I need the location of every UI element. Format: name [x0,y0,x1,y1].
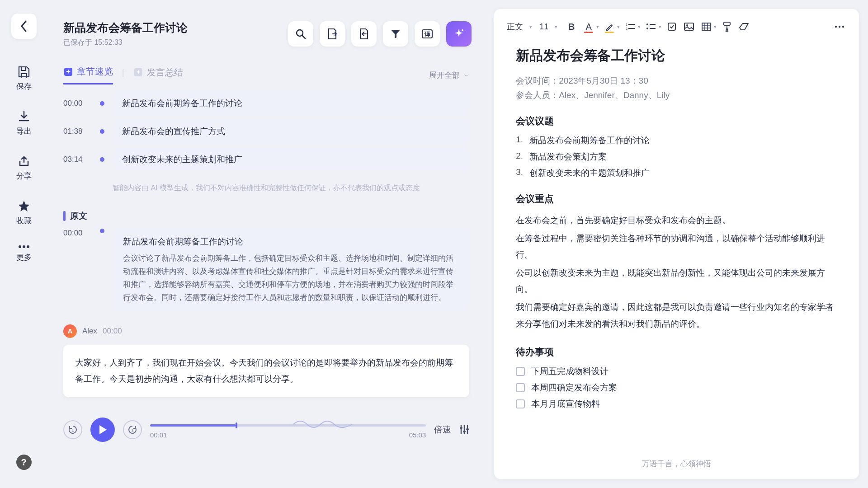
search-button[interactable] [288,21,313,47]
question-icon: ? [21,457,26,468]
image-button[interactable] [682,19,696,34]
style-select[interactable]: 正文 ▾ [507,21,536,32]
filter-button[interactable] [383,21,408,47]
chevron-down-icon: ▾ [529,24,532,30]
svg-point-23 [835,26,837,28]
checkbox[interactable] [516,383,525,392]
checkbox[interactable] [516,367,525,376]
rail-save[interactable]: 保存 [16,66,32,92]
more-icon [18,245,30,249]
svg-rect-13 [466,428,469,430]
import-doc-button[interactable] [351,21,377,47]
todo-item: 下周五完成物料设计 [516,366,837,377]
more-horiz-icon [835,25,844,28]
audio-player: 1 1 00:01 05:03 倍速 [47,406,485,446]
origin-body: 会议讨论了新品发布会前期筹备工作，包括确定目标受众和主题、选择场地和时间、制定详… [123,252,460,305]
rail-favorite[interactable]: 收藏 [16,200,32,226]
rail-share[interactable]: 分享 [16,155,32,181]
checkbox[interactable] [516,399,525,408]
time-total: 05:03 [409,431,426,439]
rail-share-label: 分享 [16,171,32,181]
unordered-list-button[interactable]: ▾ [644,19,661,34]
topic-item: 2.新品发布会策划方案 [516,151,837,163]
svg-rect-12 [463,431,466,432]
attendees: 参会人员：Alex、Jennifer、Danny、Lily [516,89,837,101]
ai-button[interactable] [446,21,472,47]
forward-button[interactable]: 1 [123,420,142,439]
ul-icon [646,23,656,30]
svg-point-25 [842,26,844,28]
svg-point-1 [23,245,25,248]
play-button[interactable] [90,418,115,442]
editor-body[interactable]: 新品发布会筹备工作讨论 会议时间：2023年5月30日 13：30 参会人员：A… [494,44,859,449]
translate-button[interactable]: 译 [415,21,440,47]
save-icon [18,66,30,78]
chapter-item[interactable]: 创新改变未来的主题策划和推广 [114,147,469,172]
svg-text:译: 译 [424,31,431,38]
export-doc-button[interactable] [320,21,345,47]
back-button[interactable] [11,14,37,39]
star-icon [18,200,30,212]
section-todo: 待办事项 [516,346,837,358]
rail-favorite-label: 收藏 [16,216,32,226]
speech-segment[interactable]: 大家好，人到齐了，我们现在开始会议。今天我们的会议讨论的是即将要举办的新品发布会… [63,345,469,397]
tab-chapters-label: 章节速览 [77,66,113,78]
text-color-button[interactable]: A▾ [582,19,599,34]
speed-button[interactable]: 倍速 [434,424,451,436]
tab-chapters[interactable]: 章节速览 [63,66,113,84]
ordered-list-button[interactable]: 12▾ [623,19,641,34]
focus-para: 我们需要确定好嘉宾的邀请，因此这都是我可以负责邀请一些行业内知名的专家学者来分享… [516,299,837,332]
focus-para: 在筹备过程中，需要密切关注各种环节的协调和沟通，以确保整个活动能够顺利进行。 [516,230,837,263]
checklist-icon [667,22,676,31]
chevron-down-icon: ﹀ [464,73,469,79]
chevron-down-icon: ▾ [714,24,717,30]
svg-rect-21 [702,23,710,30]
format-paint-button[interactable] [720,19,734,34]
header: 新品发布会筹备工作讨论 已保存于 15:52:33 译 [47,9,485,54]
eraser-button[interactable] [737,19,751,34]
origin-title: 新品发布会前期筹备工作的讨论 [123,236,460,248]
transcript-panel: 新品发布会筹备工作讨论 已保存于 15:52:33 译 章节速览 | 发言总结 [47,9,485,479]
timeline-dot [100,229,104,233]
svg-text:1: 1 [71,428,74,432]
ai-disclaimer: 智能内容由 AI 模型生成，我们不对内容准确性和完整性做任何保证，亦不代表我们的… [47,175,485,201]
tab-summary[interactable]: 发言总结 [133,66,183,84]
highlight-button[interactable]: ▾ [603,19,620,34]
rail-export[interactable]: 导出 [16,111,32,136]
todo-item: 本周四确定发布会方案 [516,382,837,394]
rail-more[interactable]: 更多 [16,245,32,263]
bold-button[interactable]: B [565,19,578,34]
forward-icon: 1 [128,425,137,434]
progress-bar[interactable]: 00:01 05:03 [150,421,426,439]
svg-point-16 [646,23,648,25]
checklist-button[interactable] [665,19,679,34]
search-icon [295,28,306,39]
chevron-down-icon: ▾ [659,24,661,30]
chapter-timestamp: 03:14 [63,155,90,164]
progress-handle[interactable] [236,422,237,428]
editor-toolbar: 正文 ▾ 11 ▾ B A▾ ▾ 12▾ ▾ ▾ [494,9,859,44]
table-button[interactable]: ▾ [699,19,717,34]
chapter-item[interactable]: 新品发布会前期筹备工作的讨论 [114,91,469,116]
svg-rect-18 [668,23,675,30]
help-button[interactable]: ? [16,455,32,470]
more-toolbar-button[interactable] [833,19,846,34]
equalizer-button[interactable] [459,424,469,435]
fontsize-select[interactable]: 11 ▾ [539,22,561,32]
section-bar [63,211,66,221]
ai-tab-icon [63,67,73,77]
export-doc-icon [327,28,338,40]
speaker-name: Alex [82,327,97,336]
svg-point-24 [839,26,840,28]
rewind-button[interactable]: 1 [63,420,82,439]
progress-fill [150,424,236,427]
chapter-item[interactable]: 新品发布会的宣传推广方式 [114,119,469,144]
expand-all[interactable]: 展开全部 ﹀ [429,70,469,80]
origin-timestamp: 00:00 [63,229,90,312]
summary-tab-icon [133,67,143,77]
svg-point-2 [27,245,29,248]
origin-item[interactable]: 新品发布会前期筹备工作的讨论 会议讨论了新品发布会前期筹备工作，包括确定目标受众… [114,229,469,312]
rail-save-label: 保存 [16,81,32,92]
chevron-down-icon: ▾ [596,24,599,30]
svg-rect-11 [460,427,462,429]
